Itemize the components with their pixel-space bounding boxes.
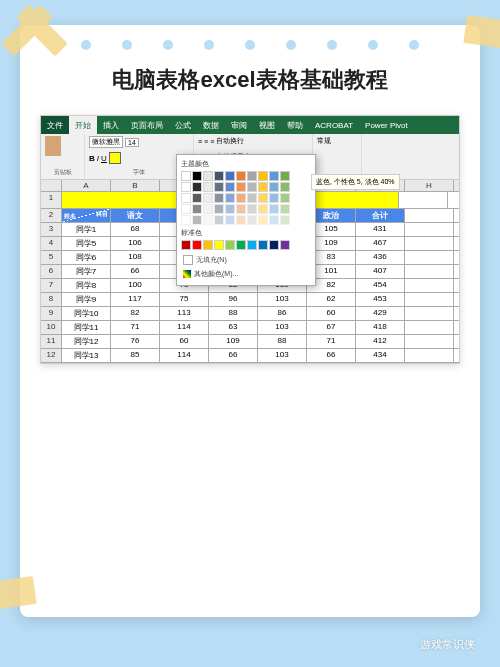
color-swatch[interactable]	[225, 240, 235, 250]
color-swatch[interactable]	[203, 171, 213, 181]
data-cell[interactable]: 100	[111, 279, 160, 292]
color-swatch[interactable]	[236, 171, 246, 181]
tab-view[interactable]: 视图	[253, 116, 281, 134]
color-swatch[interactable]	[258, 193, 268, 203]
data-cell[interactable]: 467	[356, 237, 405, 250]
row-header[interactable]: 3	[41, 223, 62, 236]
color-swatch[interactable]	[258, 171, 268, 181]
color-swatch[interactable]	[269, 193, 279, 203]
data-cell[interactable]: 103	[258, 321, 307, 334]
color-swatch[interactable]	[225, 204, 235, 214]
underline-button[interactable]: U	[101, 154, 107, 163]
data-cell[interactable]: 85	[111, 349, 160, 362]
color-swatch[interactable]	[214, 215, 224, 225]
format-normal[interactable]: 常规	[317, 136, 331, 146]
italic-button[interactable]: I	[97, 154, 99, 163]
row-header[interactable]: 9	[41, 307, 62, 320]
color-swatch[interactable]	[258, 240, 268, 250]
color-swatch[interactable]	[247, 204, 257, 214]
color-swatch[interactable]	[181, 193, 191, 203]
row-header[interactable]: 4	[41, 237, 62, 250]
name-cell[interactable]: 同学1	[62, 223, 111, 236]
data-cell[interactable]: 66	[111, 265, 160, 278]
data-cell[interactable]: 103	[258, 293, 307, 306]
row-header[interactable]: 10	[41, 321, 62, 334]
no-fill-option[interactable]: 无填充(N)	[181, 253, 311, 267]
color-swatch[interactable]	[214, 182, 224, 192]
color-swatch[interactable]	[269, 240, 279, 250]
color-swatch[interactable]	[280, 193, 290, 203]
tab-insert[interactable]: 插入	[97, 116, 125, 134]
color-swatch[interactable]	[247, 182, 257, 192]
tab-powerpivot[interactable]: Power Pivot	[359, 116, 414, 134]
data-cell[interactable]: 106	[111, 237, 160, 250]
name-cell[interactable]: 同学6	[62, 251, 111, 264]
tab-formula[interactable]: 公式	[169, 116, 197, 134]
data-cell[interactable]: 453	[356, 293, 405, 306]
data-cell[interactable]: 109	[209, 335, 258, 348]
data-cell[interactable]: 96	[209, 293, 258, 306]
color-swatch[interactable]	[214, 171, 224, 181]
color-swatch[interactable]	[203, 240, 213, 250]
color-swatch[interactable]	[181, 171, 191, 181]
color-swatch[interactable]	[225, 193, 235, 203]
data-cell[interactable]: 66	[209, 349, 258, 362]
fill-color-button[interactable]	[109, 152, 121, 164]
color-swatch[interactable]	[236, 204, 246, 214]
data-cell[interactable]: 67	[307, 321, 356, 334]
color-swatch[interactable]	[225, 182, 235, 192]
color-swatch[interactable]	[280, 215, 290, 225]
color-swatch[interactable]	[225, 171, 235, 181]
data-cell[interactable]: 431	[356, 223, 405, 236]
row-header[interactable]: 8	[41, 293, 62, 306]
color-swatch[interactable]	[236, 182, 246, 192]
color-swatch[interactable]	[181, 204, 191, 214]
bold-button[interactable]: B	[89, 154, 95, 163]
data-cell[interactable]: 114	[160, 349, 209, 362]
data-cell[interactable]: 60	[307, 307, 356, 320]
name-cell[interactable]: 同学11	[62, 321, 111, 334]
data-cell[interactable]: 88	[258, 335, 307, 348]
color-swatch[interactable]	[192, 171, 202, 181]
name-cell[interactable]: 同学10	[62, 307, 111, 320]
color-swatch[interactable]	[280, 204, 290, 214]
col-header-a[interactable]: A	[62, 180, 111, 191]
data-cell[interactable]: 71	[307, 335, 356, 348]
name-cell[interactable]: 同学9	[62, 293, 111, 306]
name-cell[interactable]: 同学13	[62, 349, 111, 362]
data-cell[interactable]: 113	[160, 307, 209, 320]
data-cell[interactable]: 63	[209, 321, 258, 334]
paste-icon[interactable]	[45, 136, 61, 156]
more-colors-option[interactable]: 其他颜色(M)...	[181, 267, 311, 281]
color-swatch[interactable]	[203, 193, 213, 203]
data-cell[interactable]: 117	[111, 293, 160, 306]
color-swatch[interactable]	[247, 171, 257, 181]
data-cell[interactable]: 436	[356, 251, 405, 264]
color-swatch[interactable]	[203, 204, 213, 214]
color-swatch[interactable]	[236, 240, 246, 250]
color-swatch[interactable]	[192, 204, 202, 214]
color-swatch[interactable]	[269, 171, 279, 181]
color-swatch[interactable]	[247, 193, 257, 203]
row-header[interactable]: 1	[41, 192, 62, 208]
color-swatch[interactable]	[214, 193, 224, 203]
color-swatch[interactable]	[258, 204, 268, 214]
data-cell[interactable]: 88	[209, 307, 258, 320]
col-header-b[interactable]: B	[111, 180, 160, 191]
color-swatch[interactable]	[269, 215, 279, 225]
tab-data[interactable]: 数据	[197, 116, 225, 134]
color-swatch[interactable]	[192, 182, 202, 192]
color-swatch[interactable]	[192, 215, 202, 225]
color-swatch[interactable]	[203, 182, 213, 192]
data-cell[interactable]: 76	[111, 335, 160, 348]
font-name-select[interactable]: 微软雅黑	[89, 136, 123, 148]
color-swatch[interactable]	[280, 182, 290, 192]
name-cell[interactable]: 同学7	[62, 265, 111, 278]
data-cell[interactable]: 434	[356, 349, 405, 362]
row-header[interactable]: 12	[41, 349, 62, 362]
diagonal-header-cell[interactable]: 科目 姓名	[62, 209, 111, 222]
data-cell[interactable]: 454	[356, 279, 405, 292]
row-header[interactable]: 6	[41, 265, 62, 278]
data-cell[interactable]: 412	[356, 335, 405, 348]
color-swatch[interactable]	[214, 204, 224, 214]
